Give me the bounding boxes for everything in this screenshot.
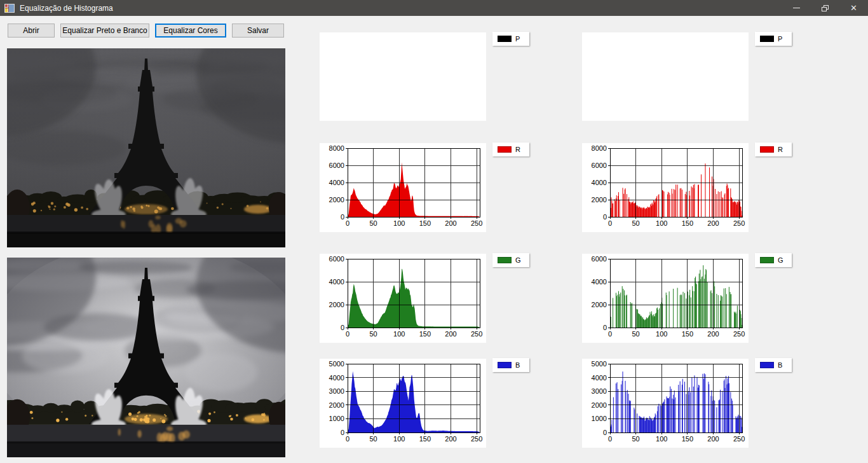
x-tick-label: 0 [346,219,349,227]
y-tick-label: 2000 [592,196,607,204]
x-tick-label: 0 [608,435,612,443]
close-button[interactable]: ✕ [839,0,868,16]
y-tick-label: 4000 [592,374,607,382]
x-tick-label: 150 [682,435,693,443]
legend-label: B [778,361,782,369]
legend-swatch-icon [760,257,774,263]
x-tick-label: 250 [733,219,745,227]
save-button[interactable]: Salvar [232,24,284,38]
x-tick-label: 100 [656,219,667,227]
y-tick-label: 2000 [329,401,344,409]
legend-equalized-g: G [755,253,792,267]
y-tick-label: 0 [603,213,607,221]
x-tick-label: 200 [445,219,456,227]
x-tick-label: 200 [707,330,719,338]
chart-original-b: 050100150200250010002000300040005000 [320,359,486,448]
close-icon: ✕ [850,3,857,13]
y-tick-label: 6000 [592,255,607,263]
legend-label: G [778,256,783,264]
y-tick-label: 5000 [592,360,607,368]
equalize-colors-button[interactable]: Equalizar Cores [155,24,226,38]
x-tick-label: 150 [419,219,431,227]
y-tick-label: 0 [341,213,344,221]
image-equalized [7,258,285,457]
x-tick-label: 200 [445,435,456,443]
y-tick-label: 0 [603,429,607,436]
legend-original-r: R [492,142,529,156]
legend-label: B [515,361,520,369]
legend-label: G [515,256,521,264]
y-tick-label: 2000 [592,401,607,409]
chart-equalized-p [582,32,749,121]
legend-equalized-r: R [755,142,792,156]
legend-swatch-icon [498,36,512,42]
x-tick-label: 250 [471,219,482,227]
y-tick-label: 3000 [329,387,344,395]
y-tick-label: 2000 [592,301,607,308]
y-tick-label: 6000 [329,255,344,263]
legend-original-p: P [492,32,529,46]
x-tick-label: 100 [656,435,667,443]
x-tick-label: 250 [471,435,482,443]
chart-equalized-r: 05010015020025002000400060008000 [582,143,749,232]
x-tick-label: 50 [370,330,377,338]
x-tick-label: 0 [608,219,612,227]
legend-swatch-icon [498,257,512,263]
y-tick-label: 8000 [592,144,607,152]
window-title: Equalização de Histograma [20,4,113,13]
y-tick-label: 4000 [329,179,344,186]
legend-equalized-p: P [755,32,792,46]
y-tick-label: 4000 [592,179,607,186]
legend-swatch-icon [498,146,512,153]
x-tick-label: 250 [471,330,482,338]
chart-equalized-g: 0501001502002500200040006000 [582,254,749,343]
chart-original-g: 0501001502002500200040006000 [320,254,486,343]
x-tick-label: 50 [632,435,640,443]
x-tick-label: 250 [733,330,745,338]
y-tick-label: 6000 [329,162,344,169]
app-window: Equalização de Histograma ✕ Abrir Equali… [0,0,868,463]
legend-original-g: G [492,253,529,267]
y-tick-label: 0 [603,324,607,331]
x-tick-label: 150 [419,330,431,338]
y-tick-label: 2000 [329,196,344,204]
y-tick-label: 0 [341,429,344,436]
y-tick-label: 2000 [329,301,344,308]
equalize-bw-button[interactable]: Equalizar Preto e Branco [60,24,149,38]
image-original [7,48,285,247]
minimize-icon [793,8,800,8]
x-tick-label: 0 [346,435,349,443]
y-tick-label: 5000 [329,360,344,368]
y-tick-label: 0 [341,324,344,331]
x-tick-label: 0 [346,330,349,338]
x-tick-label: 200 [707,435,719,443]
open-button[interactable]: Abrir [8,24,55,38]
restore-icon [822,5,829,11]
x-tick-label: 0 [608,330,612,338]
legend-label: R [778,146,783,153]
restore-button[interactable] [811,0,839,16]
x-tick-label: 250 [733,435,745,443]
legend-swatch-icon [760,36,774,42]
x-tick-label: 50 [632,219,640,227]
chart-equalized-b: 050100150200250010002000300040005000 [582,359,749,448]
y-tick-label: 4000 [592,278,607,286]
titlebar: Equalização de Histograma ✕ [0,0,868,16]
y-tick-label: 1000 [329,415,344,422]
x-tick-label: 200 [707,219,719,227]
x-tick-label: 50 [632,330,640,338]
legend-label: R [515,146,520,153]
y-tick-label: 8000 [329,144,344,152]
legend-original-b: B [492,358,529,372]
legend-swatch-icon [760,146,774,153]
minimize-button[interactable] [782,0,811,16]
legend-equalized-b: B [755,358,792,372]
x-tick-label: 50 [370,435,377,443]
y-tick-label: 3000 [592,387,607,395]
y-tick-label: 4000 [329,278,344,286]
x-tick-label: 100 [393,435,405,443]
y-tick-label: 1000 [592,415,607,422]
legend-label: P [778,35,782,43]
chart-original-r: 05010015020025002000400060008000 [320,143,486,232]
y-tick-label: 4000 [329,374,344,382]
